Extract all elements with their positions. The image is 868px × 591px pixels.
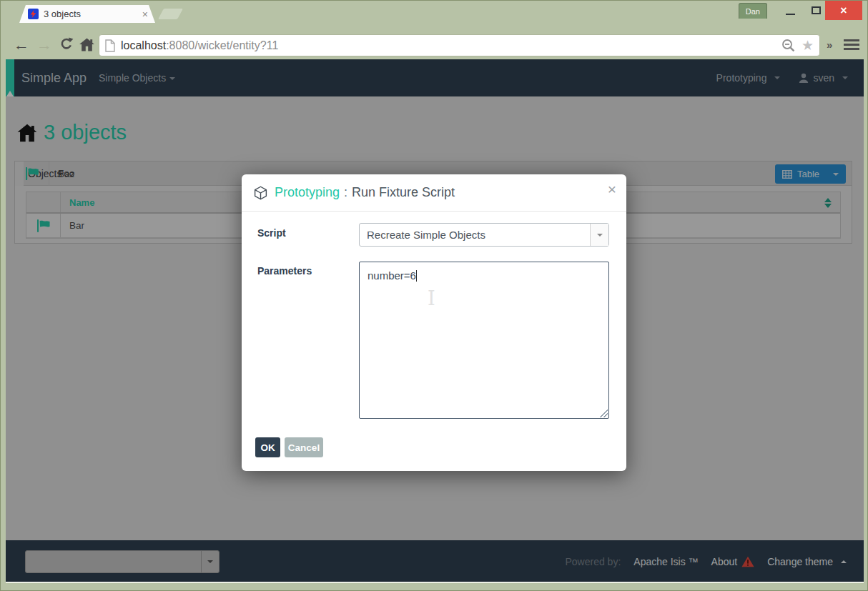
url-text[interactable]: localhost:8080/wicket/entity?11 [121, 39, 781, 52]
forward-button-icon[interactable]: → [36, 34, 52, 56]
browser-window: 3 objects × Dan × ← → localhost:8080/wic… [0, 0, 868, 591]
browser-menu-icon[interactable] [844, 39, 859, 52]
url-path: :8080/wicket/entity?11 [166, 39, 278, 51]
resize-grip-icon[interactable] [600, 409, 608, 417]
app-viewport: Simple App Simple Objects Prototyping sv… [6, 59, 864, 583]
parameters-textarea[interactable]: number=6 [359, 262, 609, 419]
parameters-label: Parameters [257, 265, 312, 277]
tab-close-icon[interactable]: × [142, 9, 148, 19]
bookmark-star-icon[interactable]: ★ [802, 37, 814, 54]
parameters-value: number=6 [368, 269, 416, 282]
page-icon [105, 39, 115, 52]
toolbar-overflow-icon[interactable]: » [827, 39, 832, 51]
cube-icon [253, 185, 268, 201]
wicket-favicon-icon [28, 9, 39, 19]
window-close-button[interactable]: × [825, 1, 862, 20]
back-button-icon[interactable]: ← [14, 34, 29, 56]
run-fixture-script-dialog: Prototyping:Run Fixture Script × Script … [242, 174, 626, 471]
browser-tab[interactable]: 3 objects × [19, 5, 155, 23]
minimize-button[interactable] [779, 1, 802, 20]
reload-button-icon[interactable] [59, 37, 74, 51]
ok-button[interactable]: OK [255, 437, 280, 457]
select-caret-icon[interactable] [590, 224, 608, 246]
tab-title: 3 objects [44, 9, 142, 19]
new-tab-button[interactable] [158, 9, 183, 19]
profile-badge[interactable]: Dan [739, 3, 767, 19]
dialog-title: Prototyping:Run Fixture Script [275, 185, 455, 200]
maximize-button[interactable] [804, 1, 827, 20]
zoom-out-icon[interactable] [781, 39, 796, 53]
dialog-header: Prototyping:Run Fixture Script × [242, 174, 626, 212]
browser-home-button-icon[interactable] [79, 38, 94, 51]
mouse-ibeam-cursor: I [428, 287, 435, 309]
script-select[interactable]: Recreate Simple Objects [359, 223, 609, 247]
cancel-button[interactable]: Cancel [285, 437, 323, 457]
url-host: localhost [121, 39, 166, 51]
script-label: Script [257, 227, 286, 239]
dialog-close-icon[interactable]: × [608, 182, 616, 197]
script-select-value: Recreate Simple Objects [360, 224, 590, 246]
text-cursor [416, 270, 417, 282]
address-bar[interactable]: localhost:8080/wicket/entity?11 ★ [99, 34, 820, 56]
